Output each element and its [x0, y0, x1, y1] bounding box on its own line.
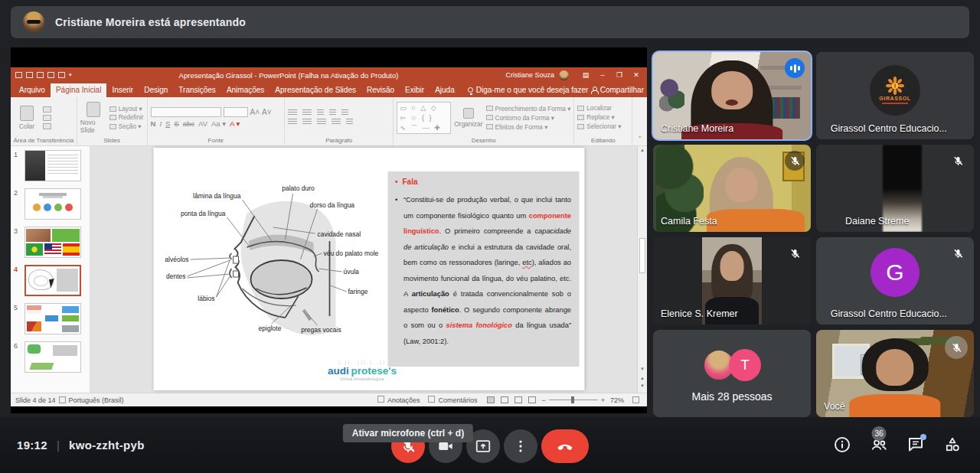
editor-vertical-scrollbar[interactable]: ▲ ▼ ▲▼	[637, 146, 647, 393]
fit-slide-icon[interactable]	[632, 396, 639, 403]
minimize-button[interactable]: –	[596, 71, 609, 79]
language-indicator[interactable]: Português (Brasil)	[69, 396, 124, 404]
zoom-slider[interactable]: − +	[541, 396, 605, 404]
bullets-icon[interactable]	[288, 109, 297, 116]
shape-effects-button[interactable]: Efeitos de Forma ▾	[486, 123, 571, 131]
tab-pagina-inicial[interactable]: Página Inicial	[51, 83, 106, 97]
meeting-details-button[interactable]	[833, 435, 851, 454]
undo-icon[interactable]	[26, 72, 33, 78]
grow-font-icon[interactable]: A˄	[250, 108, 260, 116]
char-spacing-button[interactable]: AV	[198, 119, 207, 128]
thumbnail-slide-5[interactable]: 5	[14, 303, 87, 334]
previous-slide-icon[interactable]: ▲▼	[638, 374, 647, 390]
slide-canvas[interactable]: lâmina da língua palato duro dorso da lí…	[153, 148, 584, 390]
leave-call-button[interactable]	[541, 429, 589, 463]
reading-view-icon[interactable]	[514, 396, 522, 403]
copy-icon[interactable]	[43, 115, 51, 121]
scrollbar-thumb[interactable]	[639, 238, 645, 273]
thumbnail-slide-6[interactable]: 6	[14, 341, 87, 373]
thumbnail-slide-3[interactable]: 3	[14, 227, 87, 258]
layout-button[interactable]: Layout ▾	[109, 105, 144, 113]
font-color-button[interactable]: A ▾	[230, 119, 240, 128]
align-right-icon[interactable]	[317, 119, 326, 126]
new-slide-button[interactable]: Novo Slide	[80, 100, 106, 135]
reset-button[interactable]: Redefinir	[109, 114, 144, 121]
shape-fill-button[interactable]: Preenchimento da Forma ▾	[486, 105, 571, 113]
slide-thumbnails-panel[interactable]: 1 2 3	[11, 146, 90, 393]
numbering-icon[interactable]	[302, 109, 312, 116]
tile-cristiane-moreira[interactable]: Cristiane Moreira	[653, 52, 811, 139]
tellme-box[interactable]: Diga-me o que você deseja fazer	[468, 86, 589, 97]
tile-girassol-1[interactable]: GIRASSOL Girassol Centro Educacio...	[816, 52, 974, 139]
select-button[interactable]: Selecionar ▾	[577, 122, 621, 130]
activities-button[interactable]	[943, 435, 962, 454]
tab-design[interactable]: Design	[139, 83, 173, 97]
account-avatar[interactable]	[559, 70, 569, 80]
line-spacing-icon[interactable]	[341, 109, 348, 116]
shared-screen[interactable]: ▾ Apresentação Girassol - PowerPoint (Fa…	[11, 47, 647, 413]
thumbnail-slide-4-selected[interactable]: 4	[14, 265, 87, 296]
shapes-gallery[interactable]: ▭ ○ △ ◇ ⇦ ☆ { } ∿ ⌒ ― ✚	[397, 102, 451, 134]
indent-decrease-icon[interactable]	[317, 109, 324, 116]
normal-view-icon[interactable]	[487, 396, 495, 403]
tab-animacoes[interactable]: Animações	[221, 83, 270, 97]
paste-button[interactable]: Colar	[14, 100, 40, 135]
spellcheck-icon[interactable]	[59, 396, 66, 403]
tile-daiane-streme[interactable]: Daiane Streme	[816, 145, 974, 232]
zoom-level[interactable]: 72%	[610, 396, 624, 404]
scroll-up-icon[interactable]: ▲	[638, 148, 647, 152]
tile-elenice-kremer[interactable]: Elenice S. Kremer	[653, 237, 811, 325]
quick-access-toolbar[interactable]: ▾	[15, 72, 72, 78]
italic-button[interactable]: I	[159, 119, 162, 128]
strikethrough-button[interactable]: S	[174, 119, 178, 128]
close-button[interactable]: ✕	[630, 71, 642, 79]
font-size-select[interactable]	[224, 107, 248, 117]
scroll-down-icon[interactable]: ▼	[638, 367, 647, 371]
tab-arquivo[interactable]: Arquivo	[14, 83, 51, 97]
underline-button[interactable]: S	[165, 119, 170, 128]
shrink-font-icon[interactable]: A˅	[262, 108, 272, 116]
justify-icon[interactable]	[332, 119, 341, 126]
columns-icon[interactable]	[346, 119, 353, 126]
print-icon[interactable]	[58, 72, 65, 78]
slideshow-icon[interactable]	[528, 396, 536, 403]
tile-overflow-participants[interactable]: T Mais 28 pessoas	[653, 330, 811, 417]
comments-button[interactable]: Comentários	[425, 396, 477, 404]
slide-sorter-icon[interactable]	[501, 396, 508, 403]
tile-voce[interactable]: Você	[816, 330, 974, 417]
preview-icon[interactable]	[37, 72, 44, 78]
more-options-button[interactable]	[504, 429, 537, 463]
zoom-out-icon[interactable]: −	[541, 396, 545, 404]
slide-editor-area[interactable]: lâmina da língua palato duro dorso da lí…	[90, 146, 647, 393]
ribbon-options-button[interactable]: ▤	[580, 71, 592, 79]
cut-icon[interactable]	[43, 106, 51, 113]
tab-transicoes[interactable]: Transições	[173, 83, 221, 97]
tab-exibir[interactable]: Exibir	[400, 83, 430, 97]
tab-inserir[interactable]: Inserir	[106, 83, 139, 97]
font-name-select[interactable]	[151, 107, 221, 117]
participants-button[interactable]: 36	[870, 435, 888, 454]
thumbnail-slide-1[interactable]: 1	[14, 150, 87, 181]
tab-revisao[interactable]: Revisão	[361, 83, 400, 97]
tile-camila-festa[interactable]: Camila Festa	[653, 145, 811, 232]
tab-apresentacao[interactable]: Apresentação de Slides	[270, 83, 361, 97]
restore-button[interactable]: ❐	[613, 71, 626, 79]
thumbnail-slide-2[interactable]: 2	[14, 188, 87, 220]
zoom-slider-thumb[interactable]	[571, 396, 574, 403]
change-case-button[interactable]: Aa ▾	[211, 119, 226, 128]
chat-button[interactable]	[906, 435, 925, 454]
bold-button[interactable]: N	[151, 119, 156, 128]
section-button[interactable]: Seção ▾	[109, 122, 144, 130]
share-button[interactable]: Compartilhar	[591, 86, 644, 97]
save-icon[interactable]	[15, 72, 22, 78]
tab-ajuda[interactable]: Ajuda	[430, 83, 460, 97]
open-icon[interactable]	[47, 72, 54, 78]
notes-button[interactable]: Anotações	[374, 396, 420, 404]
zoom-in-icon[interactable]: +	[601, 396, 605, 404]
arrange-button[interactable]: Organizar	[454, 100, 482, 135]
collapse-ribbon-icon[interactable]: ⌃	[632, 135, 647, 145]
shape-outline-button[interactable]: Contorno da Forma ▾	[486, 114, 571, 122]
replace-button[interactable]: Replace ▾	[577, 113, 621, 121]
find-button[interactable]: Localizar	[577, 105, 621, 112]
indent-increase-icon[interactable]	[329, 109, 336, 116]
